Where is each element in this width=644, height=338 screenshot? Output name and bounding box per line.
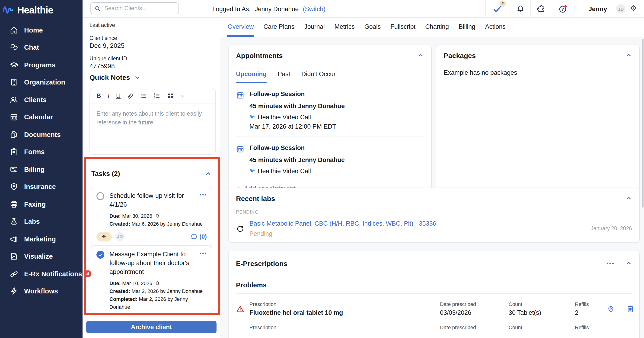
sidebar-item-faxing[interactable]: Faxing — [0, 196, 82, 213]
topbar-divider — [552, 0, 552, 18]
packages-title: Packages — [444, 51, 476, 59]
task-comments[interactable]: (0) — [190, 233, 207, 240]
sidebar-item-visualize[interactable]: Visualize — [0, 248, 82, 265]
subtab-past[interactable]: Past — [278, 70, 290, 83]
sidebar-item-label: Marketing — [24, 235, 56, 243]
help-icon[interactable]: ? — [559, 5, 568, 14]
appointment-location: Healthie Video Call — [258, 113, 311, 120]
megaphone-icon — [10, 235, 18, 243]
task-menu-ellipsis-icon[interactable] — [199, 194, 207, 196]
tab-fullscript[interactable]: Fullscript — [390, 18, 416, 37]
eprescriptions-card: E-Prescriptions Problems Prescription Fl… — [228, 250, 640, 338]
more-ellipsis-icon[interactable] — [606, 262, 614, 264]
chevron-down-icon[interactable] — [134, 75, 140, 80]
table-chevron-down-icon[interactable] — [181, 94, 185, 98]
link-icon[interactable] — [127, 93, 134, 99]
settings-gear-icon[interactable]: ⚙ — [630, 3, 637, 14]
sidebar-item-chat[interactable]: Chat — [0, 39, 82, 56]
brand-logo[interactable]: Healthie — [0, 0, 82, 18]
tab-actions[interactable]: Actions — [484, 18, 506, 37]
sidebar-item-label: Visualize — [24, 253, 53, 260]
sidebar-item-label: Clients — [24, 96, 46, 104]
appointments-title: Appointments — [236, 51, 283, 59]
prescription-row: Prescription Fluoxetine hcl oral tablet … — [236, 301, 632, 319]
table-icon[interactable] — [167, 92, 174, 99]
task-checkbox-checked[interactable] — [96, 251, 104, 259]
logged-in-user: Jenny Donahue — [255, 5, 298, 12]
billing-card-icon — [10, 165, 18, 174]
notifications-bell-icon[interactable] — [516, 5, 525, 14]
tab-charting[interactable]: Charting — [425, 18, 449, 37]
sidebar-item-label: Home — [24, 27, 43, 34]
sidebar-item-label: Calendar — [24, 113, 53, 121]
sidebar-item-home[interactable]: Home — [0, 21, 82, 39]
comment-bubble-icon — [190, 233, 198, 240]
tab-billing[interactable]: Billing — [458, 18, 476, 37]
task-title[interactable]: Schedule follow-up visit for 4/1/26 — [110, 192, 192, 209]
divider — [236, 136, 424, 137]
bullet-list-icon[interactable] — [140, 92, 147, 99]
sidebar-item-labs[interactable]: Labs — [0, 213, 82, 230]
sidebar-item-organization[interactable]: Organization — [0, 74, 82, 91]
completed-label: Completed: — [110, 296, 138, 302]
chevron-up-icon[interactable] — [626, 260, 632, 266]
date-prescribed-value: 03/03/2026 — [440, 309, 476, 316]
date-prescribed-col-label: Date prescribed — [440, 301, 476, 307]
due-value: Mar 10, 2026 — [122, 280, 152, 286]
lab-result-row: Basic Metabolic Panel, CBC (H/H, RBC, In… — [236, 220, 632, 237]
search-input[interactable] — [104, 5, 175, 12]
task-title[interactable]: Message Example Client to follow-up abou… — [110, 250, 192, 276]
sidebar-item-clients[interactable]: Clients — [0, 91, 82, 108]
topbar-user-name[interactable]: Jenny — [588, 0, 607, 18]
tab-care-plans[interactable]: Care Plans — [263, 18, 295, 37]
tab-overview[interactable]: Overview — [227, 18, 254, 37]
sidebar-item-documents[interactable]: Documents — [0, 126, 82, 143]
italic-icon[interactable]: I — [108, 92, 110, 100]
sidebar-item-label: E-Rx Notifications — [24, 270, 82, 278]
tab-metrics[interactable]: Metrics — [334, 18, 355, 37]
chevron-up-icon[interactable] — [417, 53, 424, 58]
bold-icon[interactable]: B — [96, 92, 101, 99]
quick-notes-editor[interactable]: B I U 123 Enter any notes about this cli… — [90, 88, 216, 155]
integrations-puzzle-icon[interactable] — [537, 5, 546, 14]
chevron-up-icon[interactable] — [626, 196, 632, 201]
reminder-bell-icon — [155, 281, 160, 286]
chevron-up-icon[interactable] — [205, 171, 212, 177]
appointment-item[interactable]: Follow-up Session 45 minutes with Jenny … — [236, 90, 424, 130]
sidebar-item-workflows[interactable]: Workflows — [0, 282, 82, 300]
avatar[interactable]: JD — [616, 4, 626, 14]
scrollbar-thumb[interactable] — [642, 39, 644, 208]
sidebar-item-billing[interactable]: Billing — [0, 161, 82, 178]
healthie-waveform-icon — [2, 4, 15, 17]
tab-goals[interactable]: Goals — [364, 18, 381, 37]
assignee-avatar: JD — [116, 232, 124, 241]
sidebar-item-erx-notifications[interactable]: E-Rx Notifications 4 — [0, 265, 82, 282]
sidebar-item-insurance[interactable]: Insurance — [0, 178, 82, 196]
priority-badge[interactable] — [96, 232, 112, 241]
sidebar-item-forms[interactable]: Forms — [0, 143, 82, 161]
tab-journal[interactable]: Journal — [304, 18, 325, 37]
sidebar-item-marketing[interactable]: Marketing — [0, 230, 82, 248]
sidebar-item-programs[interactable]: Programs — [0, 56, 82, 74]
task-menu-ellipsis-icon[interactable] — [199, 252, 207, 254]
printer-icon — [10, 200, 18, 209]
last-active-label: Last active — [90, 22, 115, 28]
calendar-icon — [236, 145, 244, 153]
switch-user-link[interactable]: (Switch) — [303, 5, 326, 12]
client-search[interactable] — [90, 2, 179, 14]
appointment-detail: 45 minutes with Jenny Donahue — [250, 102, 345, 109]
prescription-value: Fluoxetine hcl oral tablet 10 mg — [250, 309, 343, 316]
lab-name-link[interactable]: Basic Metabolic Panel, CBC (H/H, RBC, In… — [250, 220, 436, 227]
archive-client-button[interactable]: Archive client — [86, 321, 216, 333]
rx-clipboard-icon[interactable] — [626, 305, 634, 313]
sidebar-item-calendar[interactable]: Calendar — [0, 108, 82, 126]
subtab-upcoming[interactable]: Upcoming — [236, 70, 266, 83]
subtab-didnt-occur[interactable]: Didn't Occur — [301, 70, 336, 83]
chevron-up-icon[interactable] — [626, 53, 632, 58]
pharmacy-pin-icon[interactable] — [607, 305, 615, 313]
task-checkbox-unchecked[interactable] — [96, 192, 104, 200]
appointment-item[interactable]: Follow-up Session 45 minutes with Jenny … — [236, 144, 424, 174]
appointment-title: Follow-up Session — [250, 90, 345, 97]
underline-icon[interactable]: U — [116, 92, 121, 99]
ordered-list-icon[interactable]: 123 — [154, 92, 160, 99]
